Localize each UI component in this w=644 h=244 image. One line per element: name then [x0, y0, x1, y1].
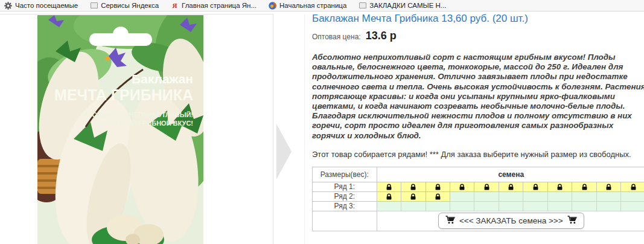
wholesale-price-line: Оптовая цена: 13.6 р [312, 30, 644, 42]
bookmark-item-yandex-services[interactable]: Сервисы Яндекса [88, 1, 163, 10]
table-row: Ряд 2: [313, 191, 644, 201]
wholesale-price-value: 13.6 р [366, 30, 397, 42]
bookmark-label: ЗАКЛАДКИ САМЫЕ Н... [369, 2, 446, 9]
table-header-seeds: семена [377, 167, 644, 182]
row-label: Ряд 1: [313, 182, 377, 191]
content-divider [304, 14, 305, 244]
table-row: Ряд 3: [313, 201, 644, 211]
locked-cell [547, 182, 572, 191]
free-cell[interactable] [474, 191, 499, 201]
cart-icon [445, 216, 455, 226]
folder-icon [90, 2, 98, 10]
locked-cell [596, 182, 620, 191]
free-cell[interactable] [596, 201, 620, 211]
yandex-icon: Я [171, 2, 179, 10]
availability-table: Размеры(вес): семена Ряд 1: Ряд 2: Ряд 3… [312, 167, 644, 231]
table-row: Ряд 1: [313, 182, 644, 191]
free-cell[interactable] [572, 201, 596, 211]
firefox-icon [269, 2, 276, 10]
bookmark-label: Главная страница Ян... [182, 2, 257, 9]
bookmark-item-frequently-visited[interactable]: Часто посещаемые [2, 1, 82, 10]
row-label: Ряд 3: [313, 201, 377, 211]
free-cell[interactable] [596, 191, 620, 201]
bookmark-label: Часто посещаемые [15, 2, 78, 9]
packet-subtitle-line1: АБСОЛЮТНО НЕПРИХОТЛИВЫЙ! [83, 111, 193, 118]
free-cell[interactable] [547, 191, 572, 201]
free-cell[interactable] [450, 201, 474, 211]
locked-cell [401, 182, 426, 191]
product-image[interactable]: Баклажан МЕЧТА ГРИБНИКА АБСОЛЮТНО НЕПРИХ… [37, 15, 203, 244]
order-seeds-button[interactable]: <<< ЗАКАЗАТЬ семена >>> [438, 213, 584, 229]
product-title: Баклажан Мечта Грибника 13,60 руб. (20 ш… [312, 12, 644, 25]
free-cell[interactable] [474, 201, 499, 211]
rows-note: Этот товар собирается рядами! *** Для за… [312, 150, 644, 159]
packet-title-line2: МЕЧТА ГРИБНИКА [54, 86, 193, 103]
free-cell[interactable] [499, 191, 523, 201]
locked-cell [572, 182, 596, 191]
free-cell[interactable] [572, 191, 596, 201]
locked-cell [401, 191, 426, 201]
locked-cell [450, 182, 474, 191]
locked-cell [523, 182, 547, 191]
cart-icon [567, 216, 577, 226]
free-cell[interactable] [426, 201, 450, 211]
empty-cell [313, 211, 377, 231]
locked-cell [426, 182, 450, 191]
product-info: Баклажан Мечта Грибника 13,60 руб. (20 ш… [312, 12, 644, 231]
free-cell[interactable] [450, 191, 474, 201]
locked-cell [377, 191, 401, 201]
bookmarks-bar: Часто посещаемые Сервисы Яндекса Я Главн… [0, 0, 644, 11]
locked-cell [474, 182, 499, 191]
free-cell[interactable] [523, 191, 547, 201]
free-cell[interactable] [499, 201, 523, 211]
free-cell[interactable] [547, 201, 572, 211]
free-cell[interactable] [401, 201, 426, 211]
free-cell[interactable] [523, 201, 547, 211]
gear-icon [4, 2, 12, 10]
locked-cell [499, 182, 523, 191]
product-gallery-panel: Баклажан МЕЧТА ГРИБНИКА АБСОЛЮТНО НЕПРИХ… [0, 14, 273, 244]
order-button-cell: <<< ЗАКАЗАТЬ семена >>> [377, 211, 644, 231]
bookmark-item-start-page[interactable]: Начальная страница [266, 1, 351, 10]
locked-cell [426, 191, 450, 201]
locked-cell [621, 182, 644, 191]
packet-subtitle-line2: НАСТОЯЩИЙ ГРИБНОЙ ВКУС! [93, 120, 193, 127]
locked-cell [377, 182, 401, 191]
bookmark-item-yandex-home[interactable]: Я Главная страница Ян... [168, 1, 261, 10]
table-header-sizes: Размеры(вес): [313, 167, 377, 182]
folder-icon [359, 2, 366, 10]
order-button-label: <<< ЗАКАЗАТЬ семена >>> [459, 216, 563, 225]
bookmark-item-bookmarks-folder[interactable]: ЗАКЛАДКИ САМЫЕ Н... [356, 1, 450, 10]
product-description: Абсолютно неприхотливый сорт с настоящим… [312, 53, 644, 141]
free-cell[interactable] [621, 201, 644, 211]
free-cell[interactable] [377, 201, 401, 211]
free-cell[interactable] [621, 191, 644, 201]
packet-title-line1: Баклажан [132, 72, 193, 86]
row-label: Ряд 2: [313, 191, 377, 201]
bookmark-label: Начальная страница [279, 2, 346, 9]
bookmark-label: Сервисы Яндекса [101, 2, 159, 9]
next-arrow-icon[interactable] [276, 124, 292, 179]
wholesale-price-label: Оптовая цена: [312, 33, 361, 41]
